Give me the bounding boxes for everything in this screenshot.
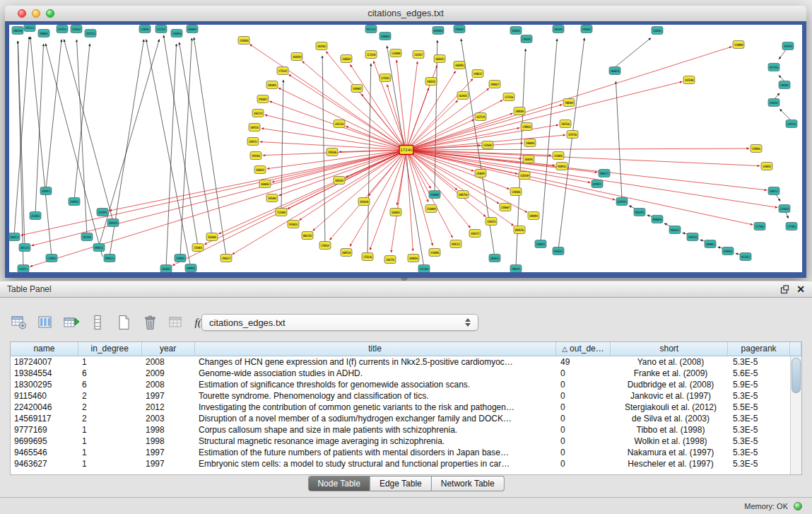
graph-node[interactable]: 169461: [705, 240, 716, 248]
graph-node[interactable]: 1226088: [390, 49, 401, 57]
graph-node[interactable]: 957223: [365, 25, 377, 33]
graph-node[interactable]: 1955186: [326, 148, 338, 156]
graph-node[interactable]: 110211: [18, 265, 29, 273]
graph-node[interactable]: 924502: [722, 247, 734, 255]
float-panel-icon[interactable]: [780, 285, 789, 294]
table-row[interactable]: 946554611997Estimation of the future num…: [11, 447, 801, 458]
graph-node[interactable]: 1824200: [291, 53, 302, 61]
table-row[interactable]: 946362711997Embryonic stem cells: a mode…: [11, 458, 801, 469]
graph-node[interactable]: 7457516: [560, 120, 571, 128]
graph-node[interactable]: 1830021: [254, 166, 266, 174]
graph-node[interactable]: 590511: [93, 244, 105, 252]
tab-network-table[interactable]: Network Table: [432, 476, 505, 491]
graph-node[interactable]: 192221: [24, 25, 35, 32]
graph-node[interactable]: 104463: [379, 33, 391, 40]
import-table-icon[interactable]: [62, 313, 81, 332]
graph-node[interactable]: 202601: [160, 265, 172, 273]
graph-hub-node[interactable]: 17240: [399, 146, 413, 155]
graph-node[interactable]: 1851801: [266, 81, 278, 89]
graph-node[interactable]: 8811250: [302, 232, 313, 240]
table-row[interactable]: 911546021997Tourette syndrome. Phenomeno…: [11, 390, 801, 402]
graph-node[interactable]: 252091: [97, 209, 108, 216]
graph-node[interactable]: 1653104: [358, 198, 370, 206]
tab-edge-table[interactable]: Edge Table: [370, 476, 432, 491]
table-row[interactable]: 1830029562008Estimation of significance …: [11, 379, 801, 390]
table-row[interactable]: 2242004622012Investigating the contribut…: [11, 402, 801, 413]
graph-node[interactable]: 1943127: [220, 255, 232, 262]
graph-node[interactable]: 1092272: [469, 230, 481, 238]
table-settings-icon[interactable]: [10, 313, 28, 332]
graph-node[interactable]: 195642: [454, 25, 465, 33]
graph-node[interactable]: 1938137: [472, 70, 483, 78]
row-tools-icon[interactable]: [88, 313, 107, 332]
graph-node[interactable]: 1656950: [454, 62, 465, 69]
graph-node[interactable]: 1075716: [567, 131, 578, 139]
graph-node[interactable]: 7485083: [563, 99, 575, 107]
table-row[interactable]: 1872400712008Changes of HCN gene express…: [11, 356, 801, 368]
column-header-short[interactable]: short: [611, 342, 728, 356]
graph-node[interactable]: 7625441: [206, 233, 218, 241]
graph-node[interactable]: 1497155: [249, 124, 260, 132]
graph-node[interactable]: 2067170: [252, 110, 264, 117]
graph-node[interactable]: 1759321: [319, 242, 331, 250]
graph-node[interactable]: 1921061: [250, 152, 261, 160]
graph-node[interactable]: 7253401: [192, 244, 204, 252]
graph-node[interactable]: 107551: [57, 25, 68, 33]
graph-node[interactable]: 160631: [489, 255, 500, 262]
graph-node[interactable]: 941611: [669, 226, 681, 234]
graph-node[interactable]: 178235: [521, 35, 532, 43]
graph-node[interactable]: 126542: [652, 27, 663, 35]
graph-node[interactable]: 186861: [38, 30, 49, 37]
graph-node[interactable]: 1958427: [489, 81, 500, 88]
column-header-name[interactable]: name: [11, 342, 78, 356]
graph-node[interactable]: 159193: [782, 42, 794, 50]
tab-node-table[interactable]: Node Table: [307, 476, 370, 491]
graph-node[interactable]: 1677174: [475, 113, 486, 121]
graph-node[interactable]: 1822061: [316, 42, 327, 50]
graph-node[interactable]: 189901: [185, 264, 196, 272]
column-header-title[interactable]: title: [195, 342, 556, 356]
graph-node[interactable]: 996571: [599, 170, 610, 177]
graph-node[interactable]: 1775147: [277, 67, 288, 75]
graph-node[interactable]: 1321610: [482, 141, 493, 149]
graph-node[interactable]: 301121: [19, 244, 30, 252]
graph-node[interactable]: 1154808: [733, 41, 744, 49]
graph-node[interactable]: 1661615: [434, 55, 445, 63]
graph-node[interactable]: 186204: [12, 27, 23, 35]
graph-node[interactable]: 927741: [768, 64, 779, 71]
graph-node[interactable]: 129731: [786, 120, 797, 128]
graph-node[interactable]: 1748503: [521, 123, 532, 131]
graph-node[interactable]: 9154031: [288, 221, 299, 228]
graph-node[interactable]: 1206647: [500, 204, 511, 211]
graph-node[interactable]: 1106153: [486, 218, 497, 226]
network-canvas[interactable]: 1822061182420017751471851801191385720671…: [9, 25, 802, 272]
graph-node[interactable]: 1614625: [390, 209, 401, 216]
graph-node[interactable]: 1533445: [429, 249, 440, 257]
graph-node[interactable]: 808414: [652, 216, 663, 223]
table-row[interactable]: 1938455462009Genome-wide association stu…: [11, 368, 801, 379]
graph-node[interactable]: 177342: [754, 223, 765, 230]
new-file-icon[interactable]: [114, 313, 133, 332]
graph-node[interactable]: 174591: [139, 25, 151, 33]
vertical-scrollbar[interactable]: [790, 356, 801, 474]
graph-node[interactable]: 108712: [768, 187, 779, 195]
table-row[interactable]: 969969511998Structural magnetic resonanc…: [11, 436, 801, 447]
graph-node[interactable]: 912352: [740, 253, 751, 261]
graph-node[interactable]: 1895754: [457, 191, 469, 199]
graph-node[interactable]: 1755126: [362, 253, 373, 261]
graph-node[interactable]: 9189511: [556, 163, 567, 170]
graph-node[interactable]: 281435: [553, 25, 564, 33]
graph-node[interactable]: 141432: [768, 99, 779, 107]
graph-node[interactable]: 2261731: [384, 256, 396, 264]
graph-node[interactable]: 1973748: [683, 76, 695, 84]
graph-node[interactable]: 121603: [779, 205, 790, 213]
graph-node[interactable]: 590522: [104, 255, 115, 262]
graph-node[interactable]: 1832261: [334, 177, 345, 185]
graph-node[interactable]: 1687524: [341, 249, 352, 257]
graph-node[interactable]: 1144052: [761, 163, 772, 170]
graph-node[interactable]: 209103: [107, 219, 119, 227]
graph-node[interactable]: 1510549: [519, 172, 530, 180]
citation-network-graph[interactable]: 1822061182420017751471851801191385720671…: [9, 25, 802, 272]
graph-node[interactable]: 126654: [171, 30, 182, 37]
table-source-dropdown[interactable]: citations_edges.txt: [201, 314, 478, 331]
